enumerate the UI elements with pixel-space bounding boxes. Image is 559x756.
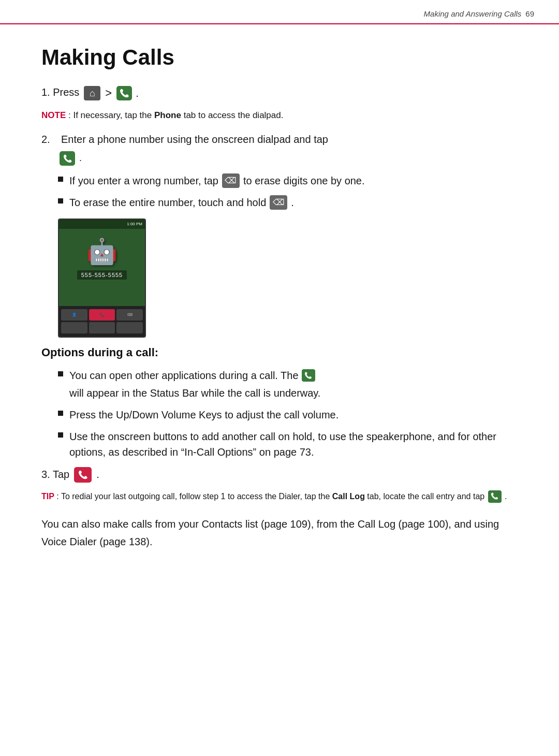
android-robot-icon: 🤖 <box>86 237 117 266</box>
option-bullet-1: You can open other applications during a… <box>58 368 518 401</box>
bullet2-text: To erase the entire number, touch and ho… <box>69 195 294 210</box>
phone-btn-call: 📞 <box>89 309 115 321</box>
option-bullet1-text: You can open other applications during a… <box>69 368 518 401</box>
options-subtitle: Options during a call: <box>41 346 518 359</box>
bullet1-text-before: If you enter a wrong number, tap <box>69 173 218 188</box>
note-text2: tab to access the dialpad. <box>184 110 284 120</box>
bullet2-text-after: . <box>291 195 294 210</box>
tip-label: TIP <box>41 492 54 501</box>
step-3: 3. Tap . <box>41 467 518 483</box>
options-bullets: You can open other applications during a… <box>58 368 518 460</box>
step3-period: . <box>96 469 99 481</box>
option-bullet-square-1 <box>58 371 63 376</box>
option-bullet-square-2 <box>58 411 63 416</box>
phone-green-icon <box>116 86 132 100</box>
tip-phone-icon <box>488 490 502 503</box>
phone-status-text: 1:00 PM <box>127 222 142 226</box>
phone-screenshot: 1:00 PM 🤖 555-555-5555 👤 📞 ⌨ <box>58 219 146 338</box>
backspace-hold-icon <box>270 195 287 210</box>
step1-period: . <box>136 85 139 101</box>
phone-red-icon <box>74 467 92 483</box>
step2-period: . <box>79 152 82 163</box>
phone-btn-1 <box>61 322 87 333</box>
option-bullet3-text: Use the onscreen buttons to add another … <box>69 429 518 460</box>
phone-btn-2 <box>89 322 115 333</box>
page-number: 69 <box>525 9 534 18</box>
phone-btn-contacts: 👤 <box>61 309 87 321</box>
bullet-square-icon <box>58 177 63 182</box>
bullet1-text: If you enter a wrong number, tap to eras… <box>69 173 365 188</box>
option-bullet-2: Press the Up/Down Volume Keys to adjust … <box>58 407 518 423</box>
home-icon <box>84 86 100 100</box>
option-bullet2-text: Press the Up/Down Volume Keys to adjust … <box>69 407 339 423</box>
step2-bullets: If you enter a wrong number, tap to eras… <box>58 173 518 210</box>
phone-btn-dialpad: ⌨ <box>116 309 143 321</box>
note-text1: : If necessary, tap the <box>68 110 154 120</box>
tip-bold-word: Call Log <box>332 492 365 501</box>
option-bullet3-text: Use the onscreen buttons to add another … <box>69 429 518 460</box>
phone-bottom-bar: 👤 📞 ⌨ <box>59 306 145 337</box>
step1-arrow: > <box>105 84 112 101</box>
phone-btn-3 <box>116 322 143 333</box>
tip-text: : To redial your last outgoing call, fol… <box>56 492 332 501</box>
tip-period: . <box>505 492 507 501</box>
step2-text: Enter a phone number using the onscreen … <box>61 132 328 147</box>
page-title: Making Calls <box>41 45 518 70</box>
header-section-text: Making and Answering Calls <box>424 9 522 18</box>
phone-number-display: 555-555-5555 <box>77 270 127 280</box>
tip-block: TIP : To redial your last outgoing call,… <box>41 490 518 503</box>
step1-content: > . <box>82 84 138 101</box>
final-paragraph: You can also make calls from your Contac… <box>41 515 518 550</box>
phone-button-row-2 <box>61 322 143 333</box>
note-label: NOTE <box>41 110 66 120</box>
step2-icon-row: . <box>58 151 518 166</box>
step-2: 2. Enter a phone number using the onscre… <box>41 132 518 338</box>
backspace-icon <box>222 173 240 188</box>
step2-main: 2. Enter a phone number using the onscre… <box>41 132 518 147</box>
phone-status-bar: 1:00 PM <box>59 220 145 229</box>
option-bullet1-text1: You can open other applications during a… <box>69 368 299 383</box>
tip-text2: tab, locate the call entry and tap <box>367 492 484 501</box>
phone-screen-inner: 1:00 PM 🤖 555-555-5555 👤 📞 ⌨ <box>59 220 145 337</box>
bullet1-text-after: to erase digits one by one. <box>243 173 365 188</box>
step3-text: 3. Tap <box>41 469 69 481</box>
note-bold-word: Phone <box>154 110 181 120</box>
phone-button-row-1: 👤 📞 ⌨ <box>61 309 143 321</box>
option-bullet2-text: Press the Up/Down Volume Keys to adjust … <box>69 407 339 423</box>
option-bullet1-text2: will appear in the Status Bar while the … <box>69 385 320 401</box>
page-header: Making and Answering Calls 69 <box>0 0 559 24</box>
bullet-1: If you enter a wrong number, tap to eras… <box>58 173 518 188</box>
bullet-square-icon-2 <box>58 198 63 203</box>
status-bar-phone-icon <box>302 369 315 382</box>
phone-green-small-icon <box>60 151 75 166</box>
bullet-2: To erase the entire number, touch and ho… <box>58 195 518 210</box>
note-block: NOTE : If necessary, tap the Phone tab t… <box>41 109 518 122</box>
step2-number: 2. <box>41 132 58 147</box>
step-1: 1. Press > . <box>41 84 518 101</box>
step2-description: Enter a phone number using the onscreen … <box>61 132 328 147</box>
step1-number: 1. Press <box>41 84 79 100</box>
option-bullet-square-3 <box>58 432 63 438</box>
main-content: Making Calls 1. Press > . NOTE : If nece… <box>0 24 559 581</box>
bullet2-text-before: To erase the entire number, touch and ho… <box>69 195 266 210</box>
option-bullet-3: Use the onscreen buttons to add another … <box>58 429 518 460</box>
